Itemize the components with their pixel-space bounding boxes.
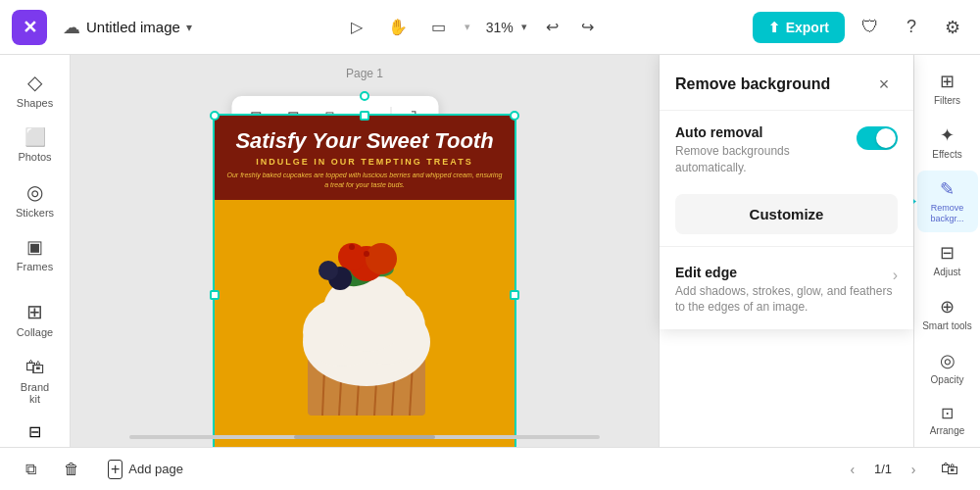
opacity-icon: ◎ — [940, 350, 956, 371]
page-nav: ‹ 1/1 › — [839, 456, 927, 483]
right-item-effects[interactable]: ✦ Effects — [917, 117, 978, 169]
poster-title: Satisfy Your Sweet Tooth — [224, 129, 505, 153]
customize-button[interactable]: Customize — [675, 194, 898, 234]
right-item-adjust[interactable]: ⊟ Adjust — [917, 234, 978, 286]
topbar-right: ⬆ Export 🛡 ? ⚙ — [753, 12, 968, 43]
upload-icon: ⬆ — [768, 20, 780, 35]
right-item-remove-bg[interactable]: ✎ Remove backgr... → — [917, 171, 978, 232]
handle-top-right[interactable] — [510, 111, 519, 121]
redo-button[interactable]: ↪ — [572, 12, 604, 43]
add-page-icon: + — [108, 460, 122, 479]
edit-edge-row[interactable]: Edit edge Add shadows, strokes, glow, an… — [660, 251, 913, 330]
shield-icon[interactable]: 🛡 — [855, 12, 886, 43]
sidebar-item-stickers[interactable]: ◎ Stickers — [4, 172, 67, 226]
right-sidebar: ⊞ Filters ✦ Effects ✎ Remove backgr... →… — [913, 55, 980, 447]
adjust-label: Adjust — [934, 267, 961, 278]
panel-close-button[interactable]: × — [870, 71, 898, 98]
bottom-bar: ⧉ 🗑 + Add page ‹ 1/1 › 🛍 — [0, 447, 980, 490]
device-chevron-icon[interactable]: ▾ — [465, 21, 470, 33]
device-frame-button[interactable]: ▭ — [423, 12, 455, 43]
svg-point-15 — [366, 243, 397, 274]
right-item-opacity[interactable]: ◎ Opacity — [917, 342, 978, 394]
next-page-button[interactable]: › — [900, 456, 927, 483]
edit-edge-label: Edit edge — [675, 265, 893, 280]
zoom-value[interactable]: 31% — [480, 16, 519, 39]
auto-removal-toggle[interactable] — [857, 126, 898, 150]
adjust-icon: ⊟ — [940, 242, 955, 264]
sidebar-label-photos: Photos — [18, 151, 51, 163]
rotate-handle[interactable] — [360, 91, 369, 101]
sidebar-item-grid[interactable]: ⊟ — [4, 415, 67, 447]
sidebar-item-collage[interactable]: ⊞ Collage — [4, 292, 67, 346]
sidebar-bottom-icons: ⊟ — [4, 415, 67, 447]
frames-icon: ▣ — [26, 236, 43, 258]
scrollbar-thumb[interactable] — [294, 435, 435, 439]
handle-top-left[interactable] — [210, 111, 220, 121]
delete-page-button[interactable]: 🗑 — [57, 455, 86, 484]
export-button[interactable]: ⬆ Export — [753, 12, 845, 43]
sidebar-item-frames[interactable]: ▣ Frames — [4, 228, 67, 280]
select-tool-button[interactable]: ▷ — [341, 12, 372, 43]
zoom-group: 31% ▾ — [480, 16, 527, 39]
arrange-label: Arrange — [930, 425, 965, 437]
effects-icon: ✦ — [940, 124, 955, 146]
canvas-image[interactable]: Satisfy Your Sweet Tooth INDULGE IN OUR … — [213, 114, 516, 447]
grid-icon: ⊟ — [28, 422, 41, 441]
export-label: Export — [786, 20, 829, 35]
horizontal-scrollbar[interactable] — [129, 435, 600, 439]
topbar: ✕ ☁ Untitled image ▾ ▷ ✋ ▭ ▾ 31% ▾ ↩ ↪ ⬆… — [0, 0, 980, 55]
prev-page-button[interactable]: ‹ — [839, 456, 866, 483]
zoom-chevron-icon[interactable]: ▾ — [521, 21, 527, 33]
right-item-smart-tools[interactable]: ⊕ Smart tools — [917, 288, 978, 340]
panel-content: Remove background × Auto removal Remove … — [660, 55, 913, 329]
edit-edge-desc: Add shadows, strokes, glow, and feathers… — [675, 283, 893, 317]
right-item-arrange[interactable]: ⊡ Arrange — [917, 396, 978, 445]
handle-left-mid[interactable] — [210, 290, 220, 300]
poster-header: Satisfy Your Sweet Tooth INDULGE IN OUR … — [215, 116, 514, 200]
auto-removal-text: Auto removal Remove backgrounds automati… — [675, 124, 845, 176]
poster: Satisfy Your Sweet Tooth INDULGE IN OUR … — [215, 116, 514, 447]
handle-right-mid[interactable] — [510, 290, 519, 300]
title-chevron-icon[interactable]: ▾ — [186, 21, 192, 34]
document-title[interactable]: Untitled image — [86, 19, 180, 35]
bottom-right: ‹ 1/1 › 🛍 — [839, 455, 964, 484]
brand-icon: 🛍 — [25, 356, 45, 378]
page-label: Page 1 — [346, 67, 383, 80]
poster-image-area — [215, 200, 514, 447]
title-group: ☁ Untitled image ▾ — [63, 17, 192, 38]
filters-icon: ⊞ — [940, 71, 955, 92]
cupcake-svg — [215, 200, 514, 447]
shopping-bag-button[interactable]: 🛍 — [935, 455, 964, 484]
edit-edge-chevron-icon: › — [893, 267, 898, 284]
smart-tools-icon: ⊕ — [940, 296, 955, 318]
stickers-icon: ◎ — [26, 180, 43, 204]
duplicate-page-button[interactable]: ⧉ — [16, 455, 45, 484]
help-icon[interactable]: ? — [896, 12, 927, 43]
opacity-label: Opacity — [931, 374, 964, 386]
sidebar-label-brand: Brandkit — [21, 381, 49, 405]
photos-icon: ⬜ — [24, 126, 46, 148]
auto-removal-row: Auto removal Remove backgrounds automati… — [660, 111, 913, 190]
sidebar-item-shapes[interactable]: ◇ Shapes — [4, 63, 67, 117]
sidebar-item-brand[interactable]: 🛍 Brandkit — [4, 348, 67, 413]
svg-point-18 — [364, 251, 369, 257]
remove-bg-icon: ✎ — [940, 178, 955, 200]
canvas-area[interactable]: Page 1 ⊡ ⊞ ⧉ ••• ⌝ Satisfy Your Sweet To… — [71, 55, 659, 447]
sidebar-label-frames: Frames — [17, 261, 53, 272]
pan-tool-button[interactable]: ✋ — [382, 12, 414, 43]
undo-redo-group: ↩ ↪ — [537, 12, 604, 43]
logo-icon: ✕ — [23, 17, 37, 38]
undo-button[interactable]: ↩ — [537, 12, 568, 43]
sidebar-item-photos[interactable]: ⬜ Photos — [4, 119, 67, 171]
cloud-icon: ☁ — [63, 17, 80, 38]
handle-top-mid[interactable] — [360, 111, 369, 121]
logo-button[interactable]: ✕ — [12, 10, 47, 45]
toolbar-center: ▷ ✋ ▭ ▾ 31% ▾ ↩ ↪ — [200, 12, 745, 43]
panel-divider-1 — [660, 246, 913, 247]
sidebar-label-shapes: Shapes — [17, 97, 53, 109]
add-page-button[interactable]: + Add page — [98, 454, 193, 485]
settings-icon[interactable]: ⚙ — [937, 12, 968, 43]
canvas-content: Satisfy Your Sweet Tooth INDULGE IN OUR … — [213, 114, 516, 447]
effects-label: Effects — [932, 149, 961, 161]
right-item-filters[interactable]: ⊞ Filters — [917, 63, 978, 115]
